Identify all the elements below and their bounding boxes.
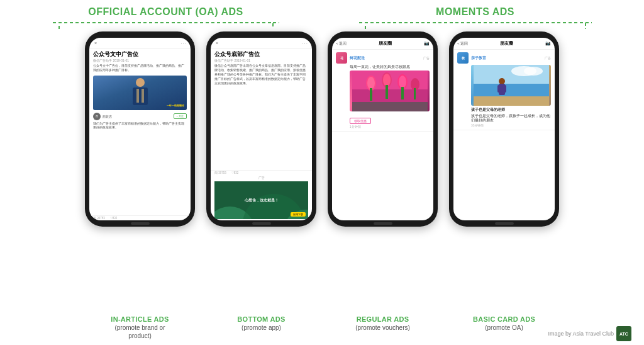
- moments-avatar-flowers: 花: [336, 52, 347, 64]
- back-button-4[interactable]: < 返回: [457, 41, 468, 47]
- moments-bracket: [359, 18, 592, 30]
- screen-in-article: × ··· 公众号文中广告位 微信广告助手 2019-01-01 公众号文中广告…: [89, 38, 191, 220]
- screen-header-2: × ···: [211, 38, 312, 49]
- moments-header-4: < 返回 朋友圈 📷: [453, 38, 555, 50]
- moments-ad-label: 广告: [423, 56, 430, 60]
- svg-point-27: [524, 67, 543, 76]
- bottom-ad-button[interactable]: 应用下载: [291, 212, 306, 217]
- moments-image-beach: [471, 65, 551, 106]
- moments-voucher-button[interactable]: 领取优惠: [350, 118, 371, 124]
- moments-time-regular: 1分钟前: [350, 125, 430, 128]
- captions-row: IN-ARTICLE ADS (promote brand orproduct)…: [13, 315, 631, 340]
- screen-regular: < 返回 朋友圈 📷 花 鲜花配送 广告 每周一束花，让美好的风景尽收眼底: [332, 38, 433, 220]
- moments-post-text-flowers: 每周一束花，让美好的风景尽收眼底: [350, 65, 430, 69]
- svg-rect-25: [474, 96, 549, 106]
- moments-account-flowers: 鲜花配送: [350, 55, 365, 61]
- back-button-3[interactable]: < 返回: [336, 41, 347, 47]
- caption-bottom: BOTTOM ADS (promote app): [206, 315, 316, 340]
- ad-cn-label: 广告: [211, 175, 312, 180]
- caption-in-article: IN-ARTICLE ADS (promote brand orproduct): [85, 315, 195, 340]
- svg-rect-31: [504, 85, 506, 93]
- account-avatar: 西: [93, 113, 101, 120]
- moments-title-4: 朋友圈: [468, 40, 545, 47]
- dots-icon: ···: [180, 40, 187, 46]
- phone-bottom: × ··· 公众号底部广告位 微信广告助手 2019-01-01 微信公众号底部…: [206, 31, 316, 227]
- caption-sub-bottom: (promote app): [206, 324, 316, 332]
- phone-regular: < 返回 朋友圈 📷 花 鲜花配送 广告 每周一束花，让美好的风景尽收眼底: [328, 31, 438, 227]
- svg-point-28: [499, 78, 505, 84]
- follow-button[interactable]: + 关注: [174, 113, 187, 119]
- svg-rect-15: [386, 85, 388, 99]
- article-meta: 微信广告助手 2019-01-01: [89, 59, 191, 64]
- article-image-text: 一针一线都懂你: [167, 105, 184, 108]
- article-footer: 我们为广告主提供了丰富而精准的数据定向能力，帮助广告主实现更好的投放效果。: [89, 122, 191, 131]
- svg-rect-24: [474, 84, 549, 96]
- tulips-svg: [352, 71, 428, 111]
- moments-post-header-regular: 花 鲜花配送 广告: [336, 52, 430, 64]
- camera-icon-4: 📷: [545, 41, 551, 46]
- moments-section-title: MOMENTS ADS: [436, 6, 514, 18]
- bottom-ad-headline: 心想住，这志就是！: [245, 198, 279, 203]
- article-read-row: 阅 30753 ♡ 832: [89, 215, 191, 220]
- moments-image-tulips: [350, 71, 430, 111]
- svg-rect-20: [414, 88, 416, 99]
- caption-basic-card: BASIC CARD ADS (promote OA): [449, 315, 559, 340]
- svg-rect-18: [401, 87, 404, 99]
- close-icon: ×: [93, 41, 98, 46]
- caption-title-regular: REGULAR ADS: [328, 315, 438, 324]
- svg-rect-1: [133, 88, 148, 105]
- credit-text: Image by Asia Travel Club: [548, 331, 614, 337]
- moments-header-3: < 返回 朋友圈 📷: [332, 38, 433, 50]
- svg-point-0: [136, 78, 145, 87]
- phone-basic-card: < 返回 朋友圈 📷 教 亲子教育 广告: [449, 31, 559, 227]
- moments-post-body-edu: 孩子也是父母的老师，跟孩子一起成长，成为他们最好的朋友: [471, 114, 551, 123]
- moments-avatar-edu: 教: [457, 52, 469, 64]
- bottom-title: 公众号底部广告位: [211, 49, 312, 59]
- moments-post-header-basic: 教 亲子教育 广告: [457, 52, 551, 64]
- caption-sub-basic-card: (promote OA): [449, 324, 559, 332]
- header-section: OFFICIAL ACCOUNT (OA) ADS MOMENTS ADS: [13, 6, 631, 30]
- svg-point-14: [383, 74, 391, 86]
- caption-title-in-article: IN-ARTICLE ADS: [85, 315, 195, 324]
- moments-title-3: 朋友圈: [347, 40, 424, 47]
- moments-ad-label-basic: 广告: [545, 56, 551, 60]
- svg-rect-2: [136, 89, 139, 103]
- account-row: 西 西装店 + 关注: [89, 111, 191, 122]
- svg-rect-21: [352, 102, 428, 111]
- main-container: OFFICIAL ACCOUNT (OA) ADS MOMENTS ADS ×: [0, 0, 644, 345]
- oa-bracket: [53, 18, 279, 30]
- screen-bottom: × ··· 公众号底部广告位 微信广告助手 2019-01-01 微信公众号底部…: [211, 38, 312, 220]
- camera-icon-3: 📷: [424, 41, 430, 46]
- like-count: 832: [113, 217, 118, 220]
- article-image: 一针一线都懂你: [93, 76, 187, 110]
- svg-rect-30: [497, 85, 500, 93]
- beach-svg: [474, 65, 549, 106]
- account-name: 西装店: [103, 115, 112, 118]
- svg-rect-12: [370, 88, 372, 101]
- moments-section: MOMENTS ADS: [359, 6, 592, 30]
- caption-title-bottom: BOTTOM ADS: [206, 315, 316, 324]
- dots-icon-2: ···: [302, 40, 308, 46]
- phones-row: × ··· 公众号文中广告位 微信广告助手 2019-01-01 公众号文中广告…: [13, 31, 631, 312]
- svg-point-11: [367, 77, 375, 89]
- bottom-read-row: 阅 30753 ♡ 832: [211, 170, 312, 175]
- atc-logo: ATC: [616, 326, 631, 341]
- close-icon-2: ×: [214, 41, 219, 46]
- read-count: 阅 30753: [93, 217, 105, 220]
- caption-sub-in-article: (promote brand orproduct): [85, 324, 195, 340]
- moments-post-regular: 花 鲜花配送 广告 每周一束花，让美好的风景尽收眼底: [332, 50, 433, 132]
- bottom-meta: 微信广告助手 2019-01-01: [211, 59, 312, 64]
- oa-section-title: OFFICIAL ACCOUNT (OA) ADS: [88, 6, 243, 18]
- oa-section: OFFICIAL ACCOUNT (OA) ADS: [53, 6, 279, 30]
- article-title: 公众号文中广告位: [89, 49, 191, 59]
- bottom-like-count: 832: [234, 171, 239, 174]
- article-body: 公众号文中广告位，目前支持推广品牌活动、推广我的商品、推广我的应用等多种推广目标…: [89, 64, 191, 74]
- moments-post-text-edu: 孩子也是父母的老师: [471, 108, 551, 113]
- svg-point-17: [399, 76, 406, 88]
- bottom-body: 微信公众号底部广告出现在公众号文章信息底部。目前支持推广品牌活动、收集销售线索、…: [211, 64, 312, 88]
- bottom-read-count: 阅 30753: [214, 171, 226, 174]
- caption-sub-regular: (promote vouchers): [328, 324, 438, 332]
- screen-basic-card: < 返回 朋友圈 📷 教 亲子教育 广告: [453, 38, 555, 220]
- caption-title-basic-card: BASIC CARD ADS: [449, 315, 559, 324]
- svg-rect-3: [142, 89, 144, 103]
